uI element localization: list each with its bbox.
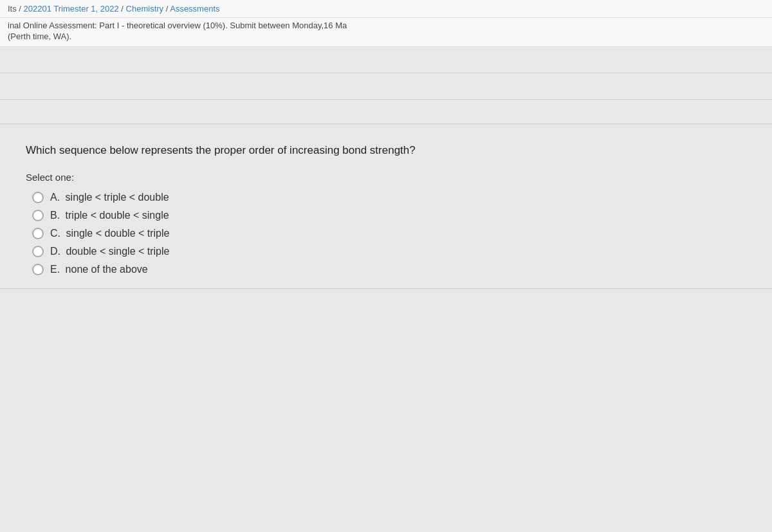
- option-c-label: C. single < double < triple: [50, 228, 169, 239]
- bottom-section: [0, 288, 772, 533]
- option-a-key: A.: [50, 192, 60, 203]
- select-one-label: Select one:: [26, 172, 746, 183]
- option-b[interactable]: B. triple < double < single: [32, 210, 746, 221]
- radio-a[interactable]: [32, 192, 44, 203]
- breadcrumb-subject[interactable]: Chemistry: [126, 4, 164, 14]
- option-b-key: B.: [50, 210, 60, 221]
- option-d-text: double < single < triple: [66, 246, 169, 257]
- option-d-label: D. double < single < triple: [50, 246, 169, 257]
- option-e-key: E.: [50, 264, 60, 275]
- option-a-text: single < triple < double: [66, 192, 169, 203]
- option-e[interactable]: E. none of the above: [32, 264, 746, 275]
- radio-d[interactable]: [32, 246, 44, 257]
- breadcrumb-prefix: Its: [8, 4, 17, 14]
- question-section: Which sequence below represents the prop…: [0, 124, 772, 288]
- radio-c[interactable]: [32, 228, 44, 239]
- option-a[interactable]: A. single < triple < double: [32, 192, 746, 203]
- content-area: Which sequence below represents the prop…: [0, 47, 772, 532]
- radio-e[interactable]: [32, 264, 44, 275]
- option-e-label: E. none of the above: [50, 264, 148, 275]
- option-b-label: B. triple < double < single: [50, 210, 169, 221]
- page-container: Its / 202201 Trimester 1, 2022 / Chemist…: [0, 0, 772, 532]
- option-c-key: C.: [50, 228, 60, 239]
- assessment-title: inal Online Assessment: Part I - theoret…: [8, 21, 764, 30]
- option-d[interactable]: D. double < single < triple: [32, 246, 746, 257]
- empty-top-section: [0, 47, 772, 124]
- option-d-key: D.: [50, 246, 60, 257]
- breadcrumb-sep2: /: [119, 4, 126, 14]
- breadcrumb: Its / 202201 Trimester 1, 2022 / Chemist…: [0, 0, 772, 18]
- option-e-text: none of the above: [66, 264, 148, 275]
- breadcrumb-sep1: /: [17, 4, 24, 14]
- options-list: A. single < triple < double B. triple < …: [26, 192, 746, 275]
- title-bar: inal Online Assessment: Part I - theoret…: [0, 18, 772, 47]
- option-a-label: A. single < triple < double: [50, 192, 169, 203]
- breadcrumb-section[interactable]: Assessments: [170, 4, 219, 14]
- breadcrumb-sep3: /: [163, 4, 170, 14]
- breadcrumb-course[interactable]: 202201 Trimester 1, 2022: [24, 4, 119, 14]
- option-c-text: single < double < triple: [66, 228, 169, 239]
- option-b-text: triple < double < single: [66, 210, 169, 221]
- option-c[interactable]: C. single < double < triple: [32, 228, 746, 239]
- assessment-subtitle: (Perth time, WA).: [8, 32, 764, 41]
- question-text: Which sequence below represents the prop…: [26, 142, 746, 159]
- radio-b[interactable]: [32, 210, 44, 221]
